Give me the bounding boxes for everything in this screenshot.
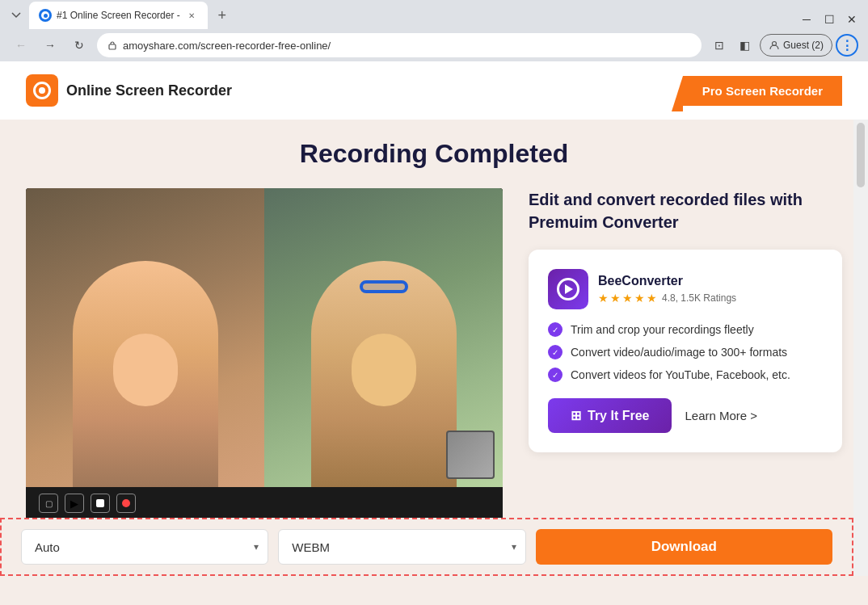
- tab-close-button[interactable]: ✕: [185, 9, 198, 22]
- active-tab[interactable]: #1 Online Screen Recorder - ✕: [29, 2, 208, 29]
- video-left-frame: [26, 188, 264, 487]
- svg-rect-0: [109, 44, 116, 49]
- logo-icon: [26, 74, 58, 107]
- feature-text-1: Trim and crop your recordings fleetly: [571, 323, 754, 336]
- learn-more-link[interactable]: Learn More: [685, 409, 757, 422]
- format-select[interactable]: WEBM MP4 AVI MOV: [278, 529, 525, 565]
- rating-text: 4.8, 1.5K Ratings: [662, 292, 736, 304]
- video-player[interactable]: ▢ ▶ ▶ 0:01 🔊 ⛶ ⋮: [26, 188, 503, 541]
- feature-text-2: Convert video/audio/image to 300+ format…: [571, 346, 787, 359]
- scroll-thumb[interactable]: [857, 123, 865, 187]
- pro-screen-recorder-button[interactable]: Pro Screen Recorder: [683, 76, 842, 106]
- site-name: Online Screen Recorder: [66, 82, 232, 99]
- quality-select-wrapper: Auto 720p 480p 360p ▾: [21, 529, 268, 565]
- app-logo: [548, 269, 588, 309]
- check-icon-1: ✓: [548, 322, 563, 337]
- restore-button[interactable]: ☐: [820, 10, 839, 29]
- rec-stop-button[interactable]: [91, 494, 110, 513]
- page-content: Online Screen Recorder Pro Screen Record…: [0, 61, 868, 576]
- tab-favicon: [39, 9, 52, 22]
- account-icon: [769, 40, 780, 51]
- try-button-label: Try It Free: [588, 409, 649, 423]
- more-options-button[interactable]: ⋮: [836, 34, 858, 57]
- check-icon-3: ✓: [548, 368, 563, 382]
- card-info: BeeConverter ★ ★ ★ ★ ★ 4.8, 1.5K Ratings: [598, 274, 823, 305]
- tab-list-button[interactable]: [6, 6, 26, 25]
- logo-area: Online Screen Recorder: [26, 74, 232, 107]
- scrollbar[interactable]: ▲: [853, 120, 868, 576]
- main-content: Recording Completed: [0, 120, 868, 561]
- feature-item-3: ✓ Convert videos for YouTube, Facebook, …: [548, 368, 823, 382]
- feature-text-3: Convert videos for YouTube, Facebook, et…: [571, 368, 790, 381]
- cast-button[interactable]: ⊡: [708, 34, 731, 57]
- minimize-button[interactable]: ─: [797, 10, 816, 29]
- panel-title: Edit and convert recorded files with Pre…: [529, 188, 842, 233]
- windows-icon: ⊞: [571, 408, 581, 423]
- video-screen: [26, 188, 503, 487]
- star-4: ★: [634, 292, 645, 305]
- card-header: BeeConverter ★ ★ ★ ★ ★ 4.8, 1.5K Ratings: [548, 269, 823, 309]
- rec-record-button[interactable]: [116, 494, 136, 513]
- right-panel: Edit and convert recorded files with Pre…: [529, 188, 842, 452]
- reload-button[interactable]: ↻: [68, 34, 91, 57]
- app-name: BeeConverter: [598, 274, 823, 288]
- recording-controls: ▢ ▶: [36, 494, 493, 513]
- pip-preview: [446, 431, 495, 479]
- download-button[interactable]: Download: [536, 529, 833, 565]
- star-2: ★: [610, 292, 621, 305]
- address-bar[interactable]: amoyshare.com/screen-recorder-free-onlin…: [97, 33, 702, 57]
- try-it-free-button[interactable]: ⊞ Try It Free: [548, 398, 672, 433]
- feature-list: ✓ Trim and crop your recordings fleetly …: [548, 322, 823, 382]
- url-text[interactable]: amoyshare.com/screen-recorder-free-onlin…: [123, 40, 331, 52]
- check-icon-2: ✓: [548, 345, 563, 359]
- card-actions: ⊞ Try It Free Learn More: [548, 398, 823, 433]
- star-3: ★: [622, 292, 633, 305]
- browser-title-bar: #1 Online Screen Recorder - ✕ + ─ ☐ ✕ ← …: [0, 0, 868, 61]
- app-logo-icon: [557, 278, 579, 300]
- quality-select[interactable]: Auto 720p 480p 360p: [21, 529, 268, 565]
- rec-screen-button[interactable]: ▢: [39, 494, 58, 513]
- close-button[interactable]: ✕: [842, 10, 862, 29]
- download-bar: Auto 720p 480p 360p ▾ WEBM MP4 AVI MOV ▾…: [0, 518, 853, 576]
- feature-item-2: ✓ Convert video/audio/image to 300+ form…: [548, 345, 823, 359]
- converter-card: BeeConverter ★ ★ ★ ★ ★ 4.8, 1.5K Ratings: [529, 250, 842, 452]
- lock-icon: [107, 40, 118, 51]
- back-button[interactable]: ←: [10, 34, 32, 57]
- feature-item-1: ✓ Trim and crop your recordings fleetly: [548, 322, 823, 337]
- profile-browser-button[interactable]: ◧: [734, 34, 756, 57]
- tab-title: #1 Online Screen Recorder -: [57, 10, 180, 21]
- guest-button[interactable]: Guest (2): [760, 34, 832, 57]
- format-select-wrapper: WEBM MP4 AVI MOV ▾: [278, 529, 525, 565]
- guest-label: Guest (2): [783, 40, 824, 51]
- star-1: ★: [598, 292, 609, 305]
- content-area: ▢ ▶ ▶ 0:01 🔊 ⛶ ⋮: [26, 188, 842, 541]
- play-triangle-icon: [565, 284, 573, 294]
- rec-play-button[interactable]: ▶: [65, 494, 84, 513]
- forward-button[interactable]: →: [39, 34, 61, 57]
- site-header: Online Screen Recorder Pro Screen Record…: [0, 61, 868, 120]
- star-rating: ★ ★ ★ ★ ★: [598, 292, 657, 305]
- page-title: Recording Completed: [300, 139, 568, 169]
- new-tab-button[interactable]: +: [211, 4, 234, 27]
- star-5: ★: [647, 292, 657, 305]
- card-rating: ★ ★ ★ ★ ★ 4.8, 1.5K Ratings: [598, 292, 823, 305]
